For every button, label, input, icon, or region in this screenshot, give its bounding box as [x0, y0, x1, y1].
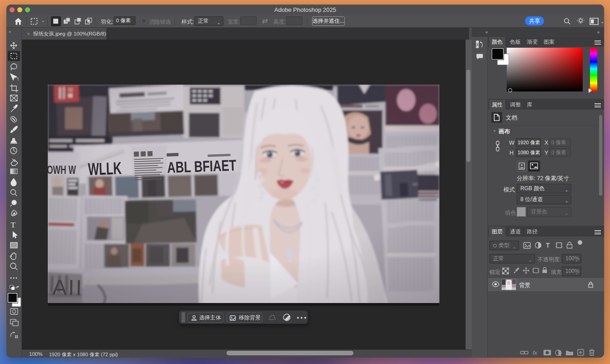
svg-text:T: T	[11, 221, 16, 229]
svg-text:»: »	[9, 30, 11, 34]
